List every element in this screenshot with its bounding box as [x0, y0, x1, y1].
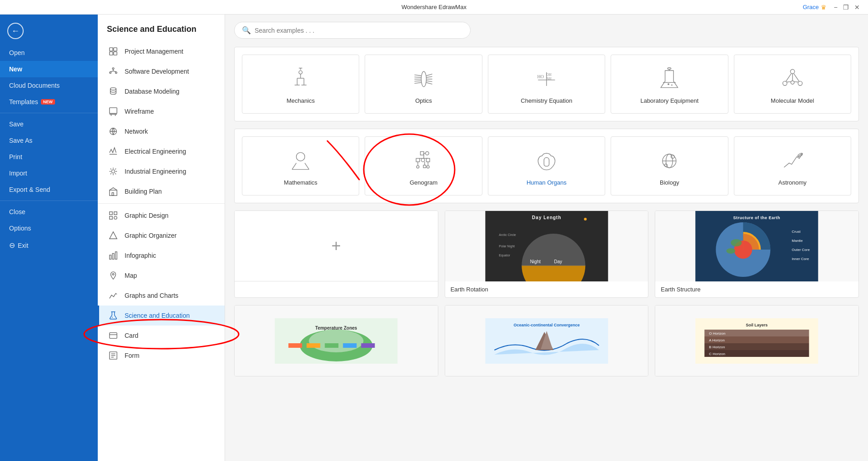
- template-lab[interactable]: Laboratory Equipment: [611, 55, 728, 114]
- cat-graphs-charts[interactable]: Graphs and Charts: [98, 286, 225, 306]
- nav-print[interactable]: Print: [0, 149, 98, 165]
- template-organs[interactable]: Human Organs: [488, 136, 605, 195]
- add-new-card[interactable]: +: [234, 210, 438, 298]
- database-icon: [108, 86, 118, 96]
- close-button[interactable]: ✕: [852, 3, 863, 12]
- svg-line-52: [426, 74, 432, 75]
- template-section-2: Mathematics: [234, 129, 859, 203]
- nav-exit[interactable]: ⊖ Exit: [0, 236, 98, 254]
- svg-text:Oceanic-continental Convergenc: Oceanic-continental Convergence: [513, 323, 580, 327]
- cat-label: Graphic Organizer: [125, 232, 176, 239]
- svg-rect-31: [110, 333, 117, 339]
- lab-icon: [656, 65, 683, 93]
- cat-wireframe[interactable]: Wireframe: [98, 101, 225, 121]
- earth-structure-card[interactable]: Structure of the Earth: [655, 210, 859, 298]
- building-icon: [108, 186, 118, 196]
- nav-new[interactable]: New: [0, 61, 98, 77]
- svg-point-17: [111, 170, 115, 173]
- nav-saveas[interactable]: Save As: [0, 132, 98, 149]
- template-mechanics[interactable]: Mechanics: [242, 55, 359, 114]
- thumbnail-grid: + Day Length: [234, 210, 859, 298]
- earth-rotation-card[interactable]: Day Length Night Day: [445, 210, 649, 298]
- svg-rect-21: [114, 212, 117, 215]
- nav-close[interactable]: Close: [0, 204, 98, 220]
- earth-rotation-label: Earth Rotation: [445, 281, 648, 297]
- template-astronomy[interactable]: Astronomy: [734, 136, 851, 195]
- cat-label: Map: [125, 272, 137, 279]
- user-info[interactable]: Grace ♛: [803, 4, 826, 11]
- cat-industrial[interactable]: Industrial Engineering: [98, 161, 225, 181]
- svg-rect-19: [112, 193, 114, 195]
- cat-infographic[interactable]: Infographic: [98, 246, 225, 266]
- svg-text:Arctic Circle: Arctic Circle: [499, 233, 516, 236]
- back-button[interactable]: ←: [0, 15, 98, 45]
- search-bar[interactable]: 🔍: [234, 22, 471, 39]
- svg-text:Polar Night: Polar Night: [499, 245, 515, 248]
- template-mathematics[interactable]: Mathematics: [242, 136, 359, 195]
- svg-rect-0: [110, 48, 113, 51]
- template-molecule[interactable]: Molecular Model: [734, 55, 851, 114]
- software-dev-icon: [108, 66, 118, 76]
- nav-cloud[interactable]: Cloud Documents: [0, 77, 98, 94]
- earth-rotation-image: Day Length Night Day: [445, 211, 648, 281]
- cat-graphic-design[interactable]: Graphic Design: [98, 205, 225, 225]
- svg-text:Soil Layers: Soil Layers: [746, 323, 768, 327]
- molecule-label: Molecular Model: [771, 97, 814, 105]
- cat-network[interactable]: Network: [98, 121, 225, 141]
- cat-project-management[interactable]: Project Management: [98, 41, 225, 61]
- svg-point-28: [112, 273, 114, 275]
- template-genogram[interactable]: Genogram: [365, 136, 482, 195]
- nav-save[interactable]: Save: [0, 116, 98, 132]
- cat-science-education[interactable]: Science and Education: [98, 306, 225, 326]
- graphic-organizer-icon: [108, 230, 118, 241]
- svg-line-78: [292, 163, 296, 169]
- svg-text:C Horizon: C Horizon: [709, 352, 726, 356]
- nav-import[interactable]: Import: [0, 165, 98, 181]
- svg-point-30: [112, 317, 113, 318]
- nav-templates[interactable]: Templates NEW: [0, 94, 98, 110]
- title-bar: Wondershare EdrawMax Grace ♛ − ❐ ✕: [0, 0, 868, 15]
- template-biology[interactable]: Biology: [611, 136, 728, 195]
- cat-database[interactable]: Database Modeling: [98, 81, 225, 101]
- back-circle: ←: [7, 23, 24, 39]
- svg-point-5: [110, 72, 111, 74]
- template-chemistry[interactable]: HO OH NH Chemistry Equation: [488, 55, 605, 114]
- main-content: 🔍: [225, 15, 868, 461]
- nav-options[interactable]: Options: [0, 220, 98, 236]
- examples-section: + Day Length: [234, 210, 859, 298]
- svg-point-71: [791, 80, 794, 84]
- svg-line-50: [414, 80, 421, 81]
- extra-card-3[interactable]: Soil Layers O Horizon A Horizon B Horizo…: [655, 305, 859, 376]
- new-badge: NEW: [41, 99, 55, 105]
- cat-card[interactable]: Card: [98, 326, 225, 346]
- cat-graphic-organizer[interactable]: Graphic Organizer: [98, 225, 225, 246]
- astronomy-label: Astronomy: [778, 179, 807, 187]
- cat-software-dev[interactable]: Software Development: [98, 61, 225, 81]
- cat-building[interactable]: Building Plan: [98, 181, 225, 201]
- restore-button[interactable]: ❐: [840, 3, 852, 12]
- svg-rect-93: [423, 165, 426, 168]
- nav-export[interactable]: Export & Send: [0, 181, 98, 198]
- search-input[interactable]: [255, 27, 463, 34]
- minimize-button[interactable]: −: [831, 3, 840, 12]
- svg-line-53: [426, 76, 432, 77]
- svg-text:Structure of the Earth: Structure of the Earth: [733, 215, 781, 220]
- svg-rect-132: [306, 343, 320, 348]
- svg-line-55: [426, 80, 432, 81]
- svg-point-64: [668, 83, 670, 85]
- cat-map[interactable]: Map: [98, 266, 225, 286]
- username: Grace: [803, 4, 818, 10]
- svg-point-94: [426, 165, 429, 168]
- svg-text:B Horizon: B Horizon: [709, 345, 725, 349]
- nav-open[interactable]: Open: [0, 45, 98, 61]
- svg-text:Inner Core: Inner Core: [792, 257, 809, 261]
- extra-image-3: Soil Layers O Horizon A Horizon B Horizo…: [655, 306, 858, 376]
- category-title: Science and Education: [98, 15, 225, 41]
- cat-electrical[interactable]: Electrical Engineering: [98, 141, 225, 161]
- extra-card-1[interactable]: Temperature Zones: [234, 305, 438, 376]
- cat-label: Electrical Engineering: [125, 148, 186, 155]
- template-optics[interactable]: Optics: [365, 55, 482, 114]
- cat-form[interactable]: Form: [98, 346, 225, 366]
- svg-rect-1: [114, 48, 117, 51]
- extra-card-2[interactable]: Oceanic-continental Convergence: [445, 305, 649, 376]
